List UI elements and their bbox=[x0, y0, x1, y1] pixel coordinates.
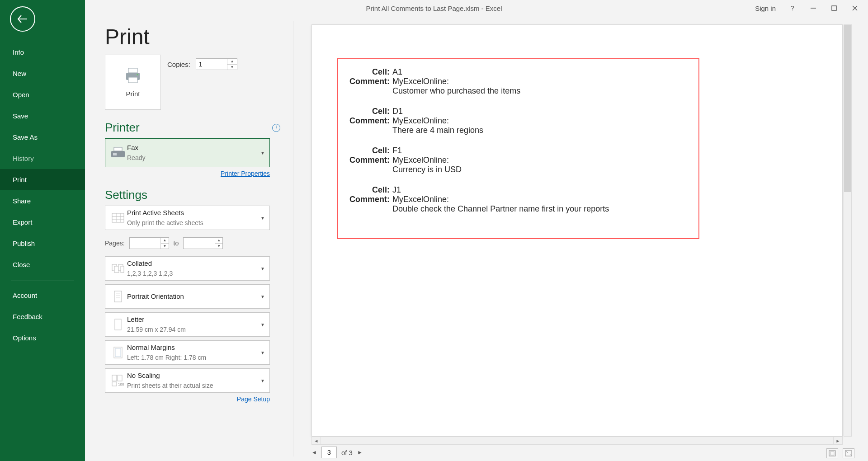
page-navigation: ◄ of 3 ► bbox=[311, 447, 363, 458]
print-preview-panel: Cell:A1Comment:MyExcelOnline:Customer wh… bbox=[293, 16, 868, 461]
scaling-dropdown[interactable]: 100 No Scaling Print sheets at their act… bbox=[105, 368, 270, 393]
svg-rect-25 bbox=[115, 319, 121, 330]
titlebar: Print All Comments to Last Page.xlsm - E… bbox=[0, 0, 868, 16]
nav-save-as[interactable]: Save As bbox=[0, 127, 85, 148]
svg-rect-20 bbox=[121, 266, 124, 273]
printer-dropdown[interactable]: Fax Ready ▼ bbox=[105, 138, 270, 167]
copies-spinner[interactable]: ▲ ▼ bbox=[196, 58, 237, 70]
comment-block: Cell:F1Comment:MyExcelOnline:Currency is… bbox=[344, 146, 692, 174]
svg-rect-21 bbox=[114, 291, 122, 302]
printer-status: Ready bbox=[127, 154, 266, 162]
scroll-right-button[interactable]: ► bbox=[833, 437, 842, 444]
back-button[interactable] bbox=[10, 6, 35, 32]
page-setup-link[interactable]: Page Setup bbox=[105, 395, 270, 403]
copies-input[interactable] bbox=[196, 59, 227, 70]
sheet-grid-icon bbox=[111, 212, 125, 223]
prev-page-button[interactable]: ◄ bbox=[311, 449, 317, 456]
chevron-down-icon: ▼ bbox=[260, 216, 265, 221]
backstage-sidebar: Info New Open Save Save As History Print… bbox=[0, 0, 85, 461]
copies-up-button[interactable]: ▲ bbox=[227, 59, 237, 65]
fax-icon bbox=[110, 146, 126, 159]
svg-rect-1 bbox=[832, 6, 836, 10]
signin-link[interactable]: Sign in bbox=[755, 5, 776, 12]
nav-divider bbox=[11, 281, 74, 281]
zoom-to-page-button[interactable] bbox=[843, 448, 854, 458]
nav-publish[interactable]: Publish bbox=[0, 233, 85, 254]
svg-rect-29 bbox=[118, 375, 122, 381]
arrow-left-icon bbox=[16, 13, 29, 25]
chevron-down-icon: ▼ bbox=[260, 350, 265, 355]
main-area: Print Print Copies: ▲ ▼ bbox=[85, 16, 868, 461]
svg-rect-10 bbox=[114, 147, 122, 151]
svg-rect-33 bbox=[830, 452, 834, 455]
svg-line-35 bbox=[845, 451, 848, 453]
nav-share[interactable]: Share bbox=[0, 190, 85, 212]
preview-vertical-scrollbar[interactable] bbox=[844, 24, 852, 437]
svg-point-8 bbox=[137, 74, 138, 75]
nav-open[interactable]: Open bbox=[0, 84, 85, 105]
comment-block: Cell:D1Comment:MyExcelOnline:There are 4… bbox=[344, 107, 692, 135]
chevron-down-icon: ▼ bbox=[260, 378, 265, 383]
comment-block: Cell:A1Comment:MyExcelOnline:Customer wh… bbox=[344, 67, 692, 96]
pages-to-input[interactable]: ▲▼ bbox=[183, 237, 223, 249]
chevron-down-icon: ▼ bbox=[260, 151, 265, 155]
paper-size-dropdown[interactable]: Letter 21.59 cm x 27.94 cm ▼ bbox=[105, 312, 270, 337]
chevron-down-icon: ▼ bbox=[260, 266, 265, 271]
copies-label: Copies: bbox=[167, 61, 190, 68]
page-title: Print bbox=[105, 24, 280, 49]
pages-label: Pages: bbox=[105, 240, 125, 247]
svg-line-36 bbox=[849, 454, 852, 456]
window-title: Print All Comments to Last Page.xlsm - E… bbox=[366, 5, 502, 12]
svg-text:100: 100 bbox=[118, 382, 124, 386]
svg-rect-11 bbox=[113, 153, 117, 155]
printer-name: Fax bbox=[127, 143, 266, 152]
printer-info-icon[interactable]: i bbox=[272, 124, 280, 132]
orientation-dropdown[interactable]: Portrait Orientation ▼ bbox=[105, 284, 270, 309]
pages-from-input[interactable]: ▲▼ bbox=[129, 237, 169, 249]
preview-horizontal-scrollbar[interactable]: ◄ ► bbox=[311, 437, 843, 445]
next-page-button[interactable]: ► bbox=[357, 449, 363, 456]
copies-down-button[interactable]: ▼ bbox=[227, 65, 237, 70]
print-button[interactable]: Print bbox=[105, 55, 161, 110]
svg-rect-12 bbox=[112, 213, 124, 222]
nav-new[interactable]: New bbox=[0, 63, 85, 84]
settings-section-title: Settings bbox=[105, 188, 147, 202]
scroll-left-button[interactable]: ◄ bbox=[312, 437, 321, 444]
minimize-icon[interactable] bbox=[809, 4, 817, 12]
total-pages-label: of 3 bbox=[341, 449, 353, 456]
preview-page: Cell:A1Comment:MyExcelOnline:Customer wh… bbox=[311, 24, 843, 437]
restore-icon[interactable] bbox=[830, 4, 838, 12]
svg-rect-6 bbox=[128, 68, 137, 73]
nav-options[interactable]: Options bbox=[0, 327, 85, 348]
nav-print[interactable]: Print bbox=[0, 169, 85, 190]
nav-account[interactable]: Account bbox=[0, 285, 85, 306]
nav-export[interactable]: Export bbox=[0, 212, 85, 233]
svg-rect-28 bbox=[112, 375, 117, 381]
margins-dropdown[interactable]: Normal Margins Left: 1.78 cm Right: 1.78… bbox=[105, 340, 270, 365]
chevron-down-icon: ▼ bbox=[260, 294, 265, 299]
show-margins-button[interactable] bbox=[826, 448, 838, 458]
print-config-panel: Print Print Copies: ▲ ▼ bbox=[85, 16, 293, 461]
nav-close[interactable]: Close bbox=[0, 254, 85, 275]
margins-toggle-icon bbox=[829, 450, 836, 456]
svg-rect-7 bbox=[128, 77, 137, 83]
what-to-print-dropdown[interactable]: Print Active Sheets Only print the activ… bbox=[105, 206, 270, 230]
close-icon[interactable] bbox=[851, 4, 859, 12]
nav-info[interactable]: Info bbox=[0, 42, 85, 63]
nav-feedback[interactable]: Feedback bbox=[0, 306, 85, 327]
nav-save[interactable]: Save bbox=[0, 105, 85, 127]
pages-to-label: to bbox=[174, 240, 179, 247]
printer-icon bbox=[123, 67, 142, 84]
help-icon[interactable]: ? bbox=[788, 4, 797, 12]
nav-history[interactable]: History bbox=[0, 148, 85, 169]
zoom-page-icon bbox=[845, 450, 852, 456]
scaling-icon: 100 bbox=[111, 374, 125, 387]
page-icon bbox=[113, 318, 123, 331]
current-page-input[interactable] bbox=[321, 447, 337, 458]
scrollbar-thumb[interactable] bbox=[844, 25, 851, 192]
collation-dropdown[interactable]: Collated 1,2,3 1,2,3 1,2,3 ▼ bbox=[105, 256, 270, 281]
printer-section-title: Printer bbox=[105, 121, 140, 135]
scrollbar-track[interactable] bbox=[321, 437, 833, 444]
printer-properties-link[interactable]: Printer Properties bbox=[105, 170, 270, 177]
chevron-down-icon: ▼ bbox=[260, 322, 265, 327]
